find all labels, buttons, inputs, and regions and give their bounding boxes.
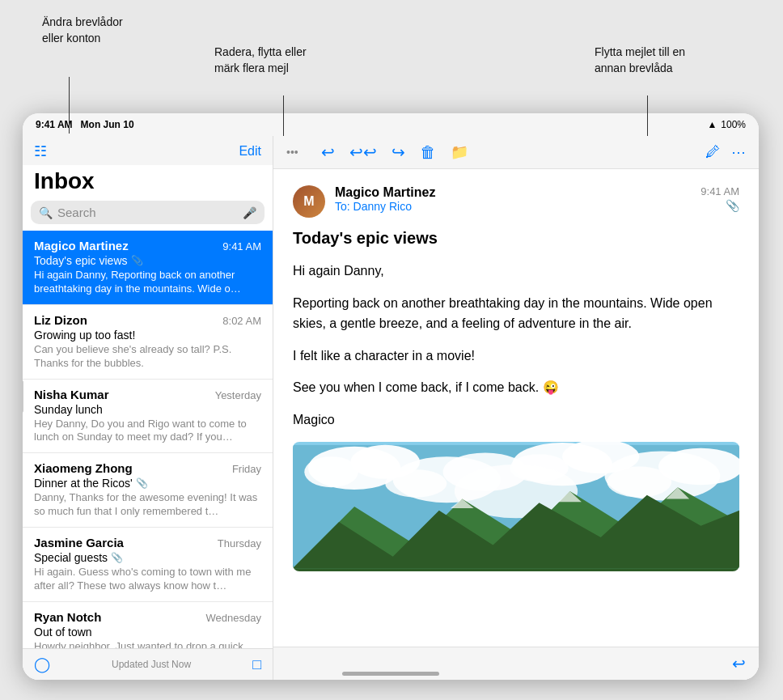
sidebar-toggle-icon[interactable]: ☷ — [34, 142, 47, 160]
toolbar-actions-right: 🖉 ⋯ — [705, 143, 746, 161]
detail-meta: 9:41 AM 📎 — [700, 185, 739, 212]
mail-item-0[interactable]: Magico Martinez 9:41 AM Today's epic vie… — [23, 231, 273, 305]
inbox-title: Inbox — [23, 165, 273, 201]
mail-detail-body: M Magico Martinez To: Danny Rico 9:41 AM… — [273, 169, 759, 647]
search-bar[interactable]: 🔍 Search 🎤 — [31, 201, 265, 224]
mail-detail-panel: ••• ↩ ↩↩ ↪ 🗑 📁 🖉 ⋯ M Magic — [273, 136, 759, 680]
reply-all-button[interactable]: ↩↩ — [349, 142, 377, 162]
sender-avatar: M — [293, 185, 325, 218]
mail-time-0: 9:41 AM — [222, 240, 261, 252]
detail-subject: Today's epic views — [293, 229, 739, 248]
landscape-image — [293, 442, 739, 571]
detail-email-header: M Magico Martinez To: Danny Rico 9:41 AM… — [293, 185, 739, 218]
side-handle — [23, 380, 23, 413]
mail-preview-2: Hey Danny, Do you and Rigo want to come … — [34, 418, 261, 445]
main-content: ☷ Edit Inbox 🔍 Search 🎤 Magico Martinez … — [23, 136, 759, 680]
mail-item-5[interactable]: Ryan Notch Wednesday Out of town Howdy n… — [23, 602, 273, 648]
annotation-label-1: Ändra brevlådor eller konton — [42, 15, 123, 46]
mail-preview-3: Danny, Thanks for the awesome evening! I… — [34, 491, 261, 519]
mail-item-4[interactable]: Jasmine Garcia Thursday Special guests 📎… — [23, 528, 273, 602]
mail-time-2: Yesterday — [215, 389, 261, 401]
more-options-dots[interactable]: ••• — [286, 146, 298, 159]
home-indicator — [342, 672, 439, 676]
forward-button[interactable]: ↪ — [392, 142, 405, 162]
mail-sender-2: Nisha Kumar — [34, 388, 109, 401]
mail-time-5: Wednesday — [206, 612, 261, 624]
reply-button[interactable]: ↩ — [321, 142, 335, 162]
mail-preview-4: Hi again. Guess who's coming to town wit… — [34, 566, 261, 593]
mail-sender-4: Jasmine Garcia — [34, 536, 124, 549]
mail-preview-5: Howdy neighbor, Just wanted to drop a qu… — [34, 640, 261, 648]
search-icon: 🔍 — [39, 206, 53, 219]
annotation-label-2: Radera, flytta eller märk flera mejl — [214, 45, 307, 76]
detail-body-text: Hi again Danny, Reporting back on anothe… — [293, 261, 739, 431]
mail-preview-0: Hi again Danny, Reporting back on anothe… — [34, 269, 261, 296]
svg-point-12 — [607, 466, 671, 497]
mail-time-1: 8:02 AM — [222, 315, 261, 327]
ipad-frame: 9:41 AM Mon Jun 10 ▲ 100% ☷ Edit Inbox 🔍… — [23, 113, 759, 680]
detail-timestamp: 9:41 AM — [700, 185, 739, 197]
svg-point-3 — [304, 456, 358, 487]
mail-sender-3: Xiaomeng Zhong — [34, 461, 133, 475]
svg-point-6 — [385, 469, 447, 497]
mail-sender-5: Ryan Notch — [34, 610, 101, 624]
compose-icon[interactable]: □ — [252, 656, 261, 673]
edit-button[interactable]: Edit — [239, 144, 261, 159]
body-paragraph-1: Reporting back on another breathtaking d… — [293, 293, 739, 334]
mail-time-4: Thursday — [218, 537, 261, 549]
mail-preview-1: Can you believe she's already so tall? P… — [34, 343, 261, 371]
footer-updated-text: Updated Just Now — [112, 659, 191, 670]
mic-icon[interactable]: 🎤 — [243, 206, 256, 219]
mail-subject-1: Growing up too fast! — [34, 329, 261, 342]
attachment-icon-4: 📎 — [111, 552, 123, 563]
annotation-label-3: Flytta mejlet till en annan brevlåda — [595, 45, 685, 76]
toolbar-more-button[interactable]: ⋯ — [731, 143, 746, 161]
annotation-line-1 — [69, 77, 70, 134]
filter-icon[interactable]: ◯ — [34, 655, 50, 673]
mail-list-header: ☷ Edit — [23, 136, 273, 165]
attachment-icon-0: 📎 — [131, 255, 143, 266]
mail-time-3: Friday — [232, 463, 261, 475]
detail-attachment-indicator: 📎 — [700, 199, 739, 212]
body-paragraph-0: Hi again Danny, — [293, 261, 739, 282]
toolbar-actions-left: ••• ↩ ↩↩ ↪ 🗑 📁 — [286, 142, 468, 162]
mail-items-list: Magico Martinez 9:41 AM Today's epic vie… — [23, 231, 273, 648]
body-paragraph-4: Magico — [293, 409, 739, 431]
body-paragraph-2: I felt like a character in a movie! — [293, 346, 739, 367]
new-compose-button[interactable]: 🖉 — [705, 144, 720, 161]
status-time: 9:41 AM Mon Jun 10 — [36, 119, 134, 130]
annotation-line-3 — [647, 95, 648, 136]
mail-list-panel: ☷ Edit Inbox 🔍 Search 🎤 Magico Martinez … — [23, 136, 273, 680]
detail-sender-name: Magico Martinez — [335, 185, 700, 200]
move-to-folder-button[interactable]: 📁 — [451, 143, 468, 161]
mail-item-3[interactable]: Xiaomeng Zhong Friday Dinner at the Rico… — [23, 453, 273, 528]
detail-to: To: Danny Rico — [335, 200, 700, 213]
annotation-line-2 — [283, 95, 284, 136]
mail-sender-0: Magico Martinez — [34, 239, 129, 252]
detail-sender-info: Magico Martinez To: Danny Rico — [335, 185, 700, 213]
mail-subject-4: Special guests 📎 — [34, 551, 261, 564]
body-paragraph-3: See you when I come back, if I come back… — [293, 377, 739, 398]
mail-subject-0: Today's epic views 📎 — [34, 254, 261, 267]
mail-subject-2: Sunday lunch — [34, 403, 261, 416]
search-placeholder: Search — [57, 206, 96, 219]
mail-sender-1: Liz Dizon — [34, 313, 87, 327]
detail-toolbar: ••• ↩ ↩↩ ↪ 🗑 📁 🖉 ⋯ — [273, 136, 759, 169]
status-bar: 9:41 AM Mon Jun 10 ▲ 100% — [23, 113, 759, 136]
mail-subject-3: Dinner at the Ricos' 📎 — [34, 477, 261, 490]
mail-subject-5: Out of town — [34, 626, 261, 638]
wifi-icon: ▲ — [707, 119, 717, 130]
status-icons: ▲ 100% — [707, 119, 746, 130]
delete-button[interactable]: 🗑 — [420, 143, 436, 162]
mail-item-1[interactable]: Liz Dizon 8:02 AM Growing up too fast! C… — [23, 305, 273, 380]
mail-item-2[interactable]: Nisha Kumar Yesterday Sunday lunch Hey D… — [23, 380, 273, 454]
attachment-icon-3: 📎 — [136, 477, 148, 489]
reply-footer-button[interactable]: ↩ — [732, 654, 746, 673]
mail-list-footer: ◯ Updated Just Now □ — [23, 648, 273, 680]
detail-inline-image — [293, 442, 739, 571]
battery-icon: 100% — [721, 119, 746, 130]
